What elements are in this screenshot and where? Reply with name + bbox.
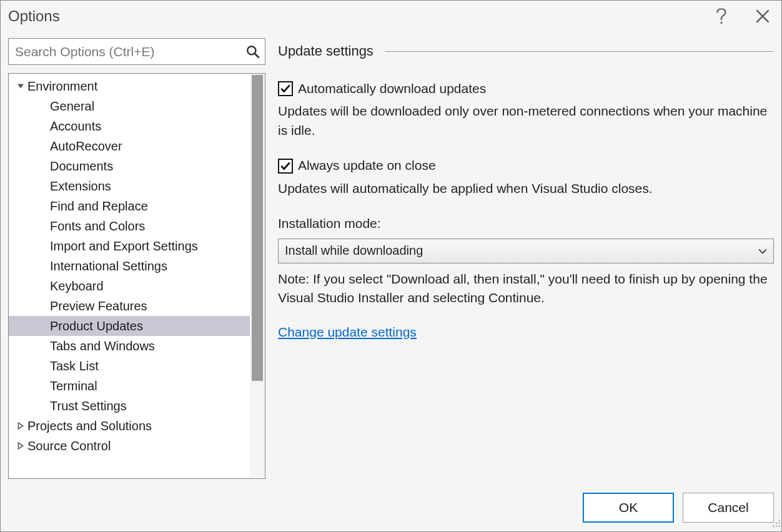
chevron-down-icon bbox=[758, 242, 767, 260]
tree-item[interactable]: Preview Features bbox=[9, 296, 265, 316]
tree-item-label: International Settings bbox=[50, 259, 167, 273]
svg-point-6 bbox=[773, 526, 774, 527]
tree-item-label: Task List bbox=[50, 359, 99, 373]
update-on-close-desc: Updates will automatically be applied wh… bbox=[278, 179, 774, 198]
tree-item-label: General bbox=[50, 99, 94, 114]
tree-item-label: Accounts bbox=[50, 119, 101, 134]
titlebar: Options bbox=[1, 1, 781, 32]
cancel-button-label: Cancel bbox=[708, 500, 748, 515]
ok-button[interactable]: OK bbox=[583, 493, 674, 523]
tree-item[interactable]: Keyboard bbox=[9, 276, 265, 296]
tree-item[interactable]: Trust Settings bbox=[9, 396, 265, 416]
tree-item-label: Terminal bbox=[50, 379, 97, 393]
tree-item[interactable]: Extensions bbox=[9, 176, 265, 196]
tree-item[interactable]: Product Updates bbox=[9, 316, 265, 336]
options-tree: EnvironmentGeneralAccountsAutoRecoverDoc… bbox=[8, 73, 265, 479]
install-mode-note: Note: If you select "Download all, then … bbox=[278, 270, 774, 308]
tree-item[interactable]: Source Control bbox=[9, 436, 265, 456]
svg-line-2 bbox=[255, 54, 259, 57]
svg-point-5 bbox=[779, 523, 780, 524]
tree-item[interactable]: Find and Replace bbox=[9, 196, 265, 216]
svg-point-3 bbox=[779, 520, 780, 521]
tree-item[interactable]: International Settings bbox=[9, 256, 265, 276]
dialog-title: Options bbox=[8, 7, 694, 25]
auto-download-row: Automatically download updates bbox=[278, 79, 774, 98]
tree-item-label: AutoRecover bbox=[50, 139, 122, 154]
change-update-settings-link[interactable]: Change update settings bbox=[278, 325, 417, 339]
tree-viewport: EnvironmentGeneralAccountsAutoRecoverDoc… bbox=[9, 74, 265, 478]
tree-item[interactable]: Tabs and Windows bbox=[9, 336, 265, 356]
scrollbar[interactable] bbox=[250, 74, 265, 478]
tree-item[interactable]: Task List bbox=[9, 356, 265, 376]
tree-item[interactable]: Import and Export Settings bbox=[9, 236, 265, 256]
resize-grip-icon[interactable] bbox=[772, 517, 781, 531]
update-on-close-checkbox[interactable] bbox=[278, 159, 293, 174]
tree-item-label: Import and Export Settings bbox=[50, 239, 198, 254]
tree-item-label: Product Updates bbox=[50, 319, 143, 333]
install-mode-label: Installation mode: bbox=[278, 214, 774, 233]
install-mode-value: Install while downloading bbox=[285, 242, 758, 260]
auto-download-desc: Updates will be downloaded only over non… bbox=[278, 102, 774, 140]
options-dialog: Options bbox=[0, 0, 782, 532]
expand-icon[interactable] bbox=[15, 422, 26, 430]
right-column: Update settings Automatically download u… bbox=[278, 38, 774, 479]
tree-item[interactable]: AutoRecover bbox=[9, 136, 265, 156]
tree-item-label: Tabs and Windows bbox=[50, 339, 155, 353]
tree-item-label: Extensions bbox=[50, 179, 111, 194]
tree-item-label: Preview Features bbox=[50, 299, 147, 313]
search-box[interactable] bbox=[8, 38, 265, 65]
tree-item[interactable]: Projects and Solutions bbox=[9, 416, 265, 436]
close-button[interactable] bbox=[749, 2, 776, 30]
tree-item-label: Projects and Solutions bbox=[27, 419, 152, 433]
tree-item[interactable]: Fonts and Colors bbox=[9, 216, 265, 236]
tree-item-label: Find and Replace bbox=[50, 199, 148, 214]
ok-button-label: OK bbox=[619, 500, 638, 515]
tree-item-label: Keyboard bbox=[50, 279, 104, 293]
dialog-footer: OK Cancel bbox=[1, 486, 781, 531]
expand-icon[interactable] bbox=[15, 442, 26, 450]
section-title: Update settings bbox=[278, 43, 374, 59]
section-header: Update settings bbox=[278, 43, 774, 59]
svg-point-8 bbox=[779, 526, 780, 527]
svg-point-7 bbox=[776, 526, 777, 527]
dialog-body: EnvironmentGeneralAccountsAutoRecoverDoc… bbox=[1, 32, 781, 486]
svg-point-0 bbox=[720, 22, 722, 24]
tree-item-label: Documents bbox=[50, 159, 113, 174]
tree-item-label: Environment bbox=[27, 79, 97, 94]
checkmark-icon bbox=[280, 160, 291, 172]
section-divider bbox=[385, 51, 774, 52]
settings-content: Automatically download updates Updates w… bbox=[278, 68, 774, 342]
tree-item-label: Trust Settings bbox=[50, 399, 127, 413]
tree-item[interactable]: General bbox=[9, 96, 265, 116]
help-icon bbox=[716, 8, 727, 24]
auto-download-label: Automatically download updates bbox=[298, 79, 486, 98]
tree-item-label: Source Control bbox=[27, 439, 111, 453]
help-button[interactable] bbox=[708, 2, 735, 30]
checkmark-icon bbox=[280, 83, 291, 94]
tree-item[interactable]: Accounts bbox=[9, 116, 265, 136]
tree-item-label: Fonts and Colors bbox=[50, 219, 145, 234]
update-on-close-label: Always update on close bbox=[298, 156, 436, 175]
search-icon bbox=[246, 45, 260, 59]
tree-item[interactable]: Terminal bbox=[9, 376, 265, 396]
collapse-icon[interactable] bbox=[15, 82, 26, 90]
left-column: EnvironmentGeneralAccountsAutoRecoverDoc… bbox=[8, 38, 265, 479]
cancel-button[interactable]: Cancel bbox=[683, 493, 774, 523]
tree-item[interactable]: Environment bbox=[9, 76, 265, 96]
auto-download-checkbox[interactable] bbox=[278, 81, 293, 96]
search-input[interactable] bbox=[15, 44, 246, 59]
scrollbar-thumb[interactable] bbox=[252, 75, 263, 381]
update-on-close-row: Always update on close bbox=[278, 156, 774, 175]
install-mode-combo[interactable]: Install while downloading bbox=[278, 239, 774, 264]
tree-item[interactable]: Documents bbox=[9, 156, 265, 176]
close-icon bbox=[756, 9, 770, 23]
svg-point-4 bbox=[776, 523, 777, 524]
